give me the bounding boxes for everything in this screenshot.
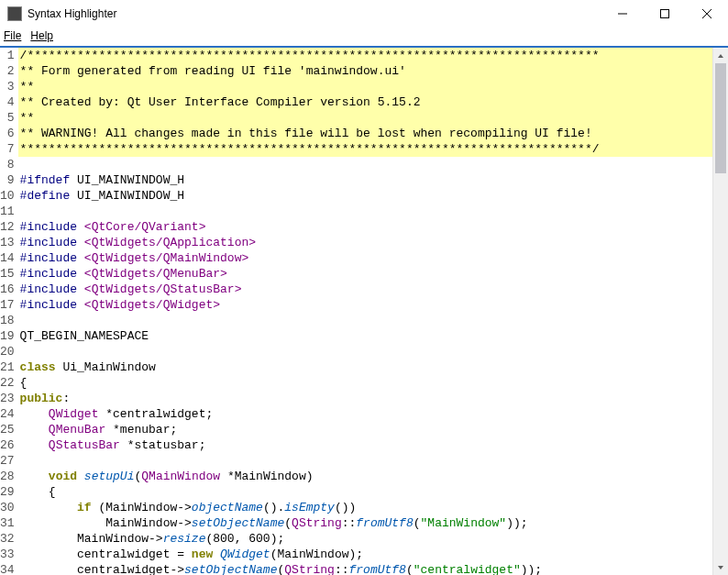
vertical-scrollbar[interactable] <box>712 48 728 575</box>
line-number: 10 <box>0 188 15 204</box>
line-number-gutter: 1234567891011121314151617181920212223242… <box>0 48 18 575</box>
code-line[interactable]: QMenuBar *menubar; <box>18 422 728 437</box>
line-number: 18 <box>0 313 15 328</box>
maximize-button[interactable] <box>644 0 686 27</box>
line-number: 5 <box>0 110 15 126</box>
line-number: 26 <box>0 437 15 453</box>
line-number: 15 <box>0 266 15 282</box>
line-number: 3 <box>0 79 15 94</box>
app-icon <box>7 6 22 21</box>
code-line[interactable] <box>18 204 728 219</box>
code-line[interactable]: ** Form generated from reading UI file '… <box>18 63 728 79</box>
code-line[interactable]: void setupUi(QMainWindow *MainWindow) <box>18 469 728 484</box>
code-line[interactable]: #define UI_MAINWINDOW_H <box>18 188 728 204</box>
line-number: 24 <box>0 406 15 422</box>
minimize-icon <box>618 9 627 18</box>
code-line[interactable]: class Ui_MainWindow <box>18 359 728 375</box>
menu-bar: File Help <box>0 28 728 46</box>
line-number: 22 <box>0 375 15 391</box>
svg-marker-5 <box>718 566 723 569</box>
line-number: 29 <box>0 484 15 500</box>
title-bar: Syntax Highlighter <box>0 0 728 28</box>
scroll-up-arrow[interactable] <box>713 48 728 63</box>
code-line[interactable] <box>18 453 728 469</box>
code-line[interactable]: #include <QtWidgets/QWidget> <box>18 297 728 313</box>
line-number: 33 <box>0 547 15 562</box>
line-number: 28 <box>0 469 15 484</box>
code-line[interactable]: #include <QtWidgets/QMainWindow> <box>18 250 728 266</box>
line-number: 1 <box>0 48 15 63</box>
svg-rect-1 <box>661 9 669 17</box>
line-number: 23 <box>0 391 15 406</box>
window-controls <box>601 0 728 27</box>
line-number: 16 <box>0 282 15 297</box>
window-title: Syntax Highlighter <box>28 7 601 20</box>
code-line[interactable]: QT_BEGIN_NAMESPACE <box>18 328 728 344</box>
minimize-button[interactable] <box>601 0 644 27</box>
line-number: 27 <box>0 453 15 469</box>
line-number: 21 <box>0 359 15 375</box>
scrollbar-thumb[interactable] <box>715 63 726 173</box>
code-line[interactable]: #include <QtCore/QVariant> <box>18 219 728 235</box>
line-number: 12 <box>0 219 15 235</box>
code-line[interactable]: ** Created by: Qt User Interface Compile… <box>18 94 728 110</box>
code-line[interactable]: #include <QtWidgets/QStatusBar> <box>18 282 728 297</box>
scroll-down-arrow[interactable] <box>713 559 728 575</box>
chevron-up-icon <box>717 52 724 60</box>
line-number: 2 <box>0 63 15 79</box>
code-line[interactable]: QStatusBar *statusbar; <box>18 437 728 453</box>
menu-file[interactable]: File <box>4 29 21 42</box>
code-line[interactable] <box>18 313 728 328</box>
close-icon <box>702 9 711 18</box>
line-number: 19 <box>0 328 15 344</box>
code-line[interactable] <box>18 157 728 172</box>
code-line[interactable]: #include <QtWidgets/QApplication> <box>18 235 728 250</box>
code-line[interactable]: MainWindow->resize(800, 600); <box>18 531 728 547</box>
line-number: 11 <box>0 204 15 219</box>
line-number: 32 <box>0 531 15 547</box>
code-line[interactable]: #ifndef UI_MAINWINDOW_H <box>18 172 728 188</box>
code-line[interactable]: centralwidget = new QWidget(MainWindow); <box>18 547 728 562</box>
line-number: 20 <box>0 344 15 359</box>
code-line[interactable]: { <box>18 484 728 500</box>
code-line[interactable]: ** <box>18 110 728 126</box>
chevron-down-icon <box>717 564 724 571</box>
line-number: 6 <box>0 126 15 141</box>
line-number: 14 <box>0 250 15 266</box>
maximize-icon <box>660 9 669 18</box>
svg-marker-4 <box>718 54 723 58</box>
code-line[interactable]: #include <QtWidgets/QMenuBar> <box>18 266 728 282</box>
code-content[interactable]: /***************************************… <box>18 48 728 575</box>
code-line[interactable]: /***************************************… <box>18 48 728 63</box>
line-number: 9 <box>0 172 15 188</box>
line-number: 31 <box>0 515 15 531</box>
code-line[interactable]: public: <box>18 391 728 406</box>
line-number: 17 <box>0 297 15 313</box>
line-number: 13 <box>0 235 15 250</box>
close-button[interactable] <box>686 0 728 27</box>
line-number: 25 <box>0 422 15 437</box>
code-line[interactable]: { <box>18 375 728 391</box>
code-line[interactable]: ****************************************… <box>18 141 728 157</box>
code-line[interactable]: centralwidget->setObjectName(QString::fr… <box>18 562 728 575</box>
line-number: 8 <box>0 157 15 172</box>
line-number: 30 <box>0 500 15 515</box>
code-line[interactable]: if (MainWindow->objectName().isEmpty()) <box>18 500 728 515</box>
line-number: 4 <box>0 94 15 110</box>
code-line[interactable] <box>18 344 728 359</box>
code-line[interactable]: ** WARNING! All changes made in this fil… <box>18 126 728 141</box>
menu-help[interactable]: Help <box>30 29 53 42</box>
code-line[interactable]: ** <box>18 79 728 94</box>
line-number: 34 <box>0 562 15 575</box>
code-line[interactable]: QWidget *centralwidget; <box>18 406 728 422</box>
line-number: 7 <box>0 141 15 157</box>
code-editor[interactable]: 1234567891011121314151617181920212223242… <box>0 48 728 575</box>
code-line[interactable]: MainWindow->setObjectName(QString::fromU… <box>18 515 728 531</box>
